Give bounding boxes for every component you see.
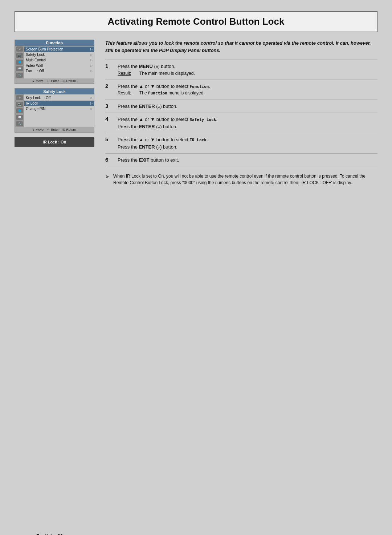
safety-lock-menu-body: ⚙ 📷 🌐 📖 🔧 Key Lock : Off ▷ IR Lock: [15, 94, 94, 127]
move-label: ⬥ Move: [33, 79, 44, 83]
intro-text: This feature allows you to lock the remo…: [105, 40, 377, 54]
menu-item-label: Fan : Off: [26, 69, 44, 73]
chevron-right-icon: ▷: [90, 48, 93, 51]
move-label2: ⬥ Move: [33, 128, 44, 131]
menu-item-label: Screen Burn Protection: [26, 47, 63, 51]
menu-item-label: Multi Control: [26, 58, 46, 62]
step-num-3: 3: [105, 100, 116, 113]
step-num-1: 1: [105, 60, 116, 80]
step-content-5: Press the ▲ or ▼ button to select IR Loc…: [116, 133, 377, 154]
menu-item-ir-lock[interactable]: IR Lock ▷: [24, 101, 94, 106]
step-instruction-1: Press the MENU (⊞) button.: [118, 63, 376, 70]
menu-item-label: Safety Lock: [26, 53, 45, 57]
chevron-right-icon: ▷: [90, 102, 93, 105]
menu-item-label: Change PIN: [26, 107, 45, 111]
step-content-3: Press the ENTER (↵) button.: [116, 100, 377, 113]
menu-item-multi-control[interactable]: Multi Control ▷: [24, 57, 94, 63]
book-icon: 📖: [16, 66, 23, 71]
safety-lock-menu-box: Safety Lock ⚙ 📷 🌐 📖 🔧 Key Lock : Off ▷: [15, 88, 94, 133]
menu-item-label: Video Wall: [26, 64, 43, 68]
page-title: Activating Remote Control Button Lock: [23, 16, 369, 27]
chevron-right-icon: ▷: [90, 107, 93, 110]
safety-lock-menu-title: Safety Lock: [15, 89, 94, 94]
menu-icons-col2: ⚙ 📷 🌐 📖 🔧: [15, 94, 24, 127]
camera-icon: 📷: [16, 53, 23, 58]
page-footer: English - 26: [36, 533, 63, 535]
return-label: ⊞ Return: [62, 79, 76, 83]
result-text-2: The Function menu is displayed.: [139, 90, 205, 97]
menu-item-key-lock[interactable]: Key Lock : Off ▷: [24, 95, 94, 101]
step-content-4: Press the ▲ or ▼ button to select Safety…: [116, 113, 377, 133]
note-arrow-icon: ➤: [105, 173, 110, 186]
right-panel: This feature allows you to lock the remo…: [105, 40, 377, 186]
result-label-1: Result:: [118, 70, 136, 77]
step-row-3: 3 Press the ENTER (↵) button.: [105, 100, 377, 113]
note-text: When IR Lock is set to On, you will not …: [113, 173, 377, 186]
chevron-right-icon: ▷: [90, 69, 93, 73]
step-row-6: 6 Press the EXIT button to exit.: [105, 154, 377, 167]
step-instruction-2: Press the ▲ or ▼ button to select Functi…: [118, 83, 376, 90]
ir-lock-label: IR Lock : On: [43, 140, 66, 144]
steps-table: 1 Press the MENU (⊞) button. Result: The…: [105, 60, 377, 167]
camera-icon2: 📷: [16, 102, 23, 107]
step-content-2: Press the ▲ or ▼ button to select Functi…: [116, 80, 377, 100]
return-label2: ⊞ Return: [62, 128, 76, 131]
step-row-4: 4 Press the ▲ or ▼ button to select Safe…: [105, 113, 377, 133]
step-instruction-5b: Press the ENTER (↵) button.: [118, 143, 376, 151]
step-instruction-3: Press the ENTER (↵) button.: [118, 103, 376, 110]
title-bar: Activating Remote Control Button Lock: [15, 11, 377, 32]
menu-item-screen-burn[interactable]: Screen Burn Protection ▷: [24, 46, 94, 52]
book-icon2: 📖: [16, 115, 23, 120]
function-menu-footer: ⬥ Move ↵ Enter ⊞ Return: [15, 78, 94, 84]
step-num-6: 6: [105, 154, 116, 167]
step-instruction-5a: Press the ▲ or ▼ button to select IR Loc…: [118, 136, 376, 143]
step-content-6: Press the EXIT button to exit.: [116, 154, 377, 167]
menu-item-safety-lock[interactable]: Safety Lock ▷: [24, 52, 94, 57]
menu-item-change-pin[interactable]: Change PIN ▷: [24, 106, 94, 112]
result-label-2: Result:: [118, 90, 136, 97]
footer-text: English - 26: [36, 533, 63, 535]
step-row-1: 1 Press the MENU (⊞) button. Result: The…: [105, 60, 377, 80]
chevron-right-icon: ▷: [90, 96, 93, 100]
left-panel: Function ⚙ 📷 🌐 📖 🔧 Screen Burn Protectio…: [15, 40, 94, 186]
step-instruction-6: Press the EXIT button to exit.: [118, 157, 376, 164]
page: Activating Remote Control Button Lock Fu…: [0, 11, 392, 535]
chevron-right-icon: ▷: [90, 53, 93, 56]
settings-icon: ⚙: [16, 46, 23, 52]
step-result-2: Result: The Function menu is displayed.: [118, 90, 376, 97]
result-text-1: The main menu is displayed.: [139, 70, 195, 77]
globe-icon2: 🌐: [16, 108, 23, 113]
settings-icon2: ⚙: [16, 95, 23, 100]
chevron-right-icon: ▷: [90, 58, 93, 62]
step-num-4: 4: [105, 113, 116, 133]
function-menu-body: ⚙ 📷 🌐 📖 🔧 Screen Burn Protection ▷ Safet…: [15, 46, 94, 78]
step-row-5: 5 Press the ▲ or ▼ button to select IR L…: [105, 133, 377, 154]
chevron-right-icon: ▷: [90, 64, 93, 67]
enter-label: ↵ Enter: [47, 79, 59, 83]
menu-item-label: Key Lock : Off: [26, 96, 50, 100]
step-instruction-4a: Press the ▲ or ▼ button to select Safety…: [118, 116, 376, 123]
step-row-2: 2 Press the ▲ or ▼ button to select Func…: [105, 80, 377, 100]
safety-lock-menu-items: Key Lock : Off ▷ IR Lock ▷ Change PIN ▷: [24, 94, 94, 127]
function-menu-title: Function: [15, 40, 94, 46]
menu-item-video-wall[interactable]: Video Wall ▷: [24, 63, 94, 68]
step-result-1: Result: The main menu is displayed.: [118, 70, 376, 77]
step-num-2: 2: [105, 80, 116, 100]
menu-icons-col: ⚙ 📷 🌐 📖 🔧: [15, 46, 24, 78]
step-instruction-4b: Press the ENTER (↵) button.: [118, 123, 376, 130]
globe-icon: 🌐: [16, 60, 23, 65]
step-content-1: Press the MENU (⊞) button. Result: The m…: [116, 60, 377, 80]
main-layout: Function ⚙ 📷 🌐 📖 🔧 Screen Burn Protectio…: [0, 40, 392, 186]
function-menu-items: Screen Burn Protection ▷ Safety Lock ▷ M…: [24, 46, 94, 78]
wrench-icon: 🔧: [16, 73, 23, 78]
enter-label2: ↵ Enter: [47, 128, 59, 131]
menu-item-label: IR Lock: [26, 101, 38, 105]
ir-lock-status-box: IR Lock : On: [15, 137, 94, 147]
safety-lock-menu-footer: ⬥ Move ↵ Enter ⊞ Return: [15, 127, 94, 132]
step-num-5: 5: [105, 133, 116, 154]
note-section: ➤ When IR Lock is set to On, you will no…: [105, 173, 377, 186]
wrench-icon2: 🔧: [16, 121, 23, 126]
function-menu-box: Function ⚙ 📷 🌐 📖 🔧 Screen Burn Protectio…: [15, 40, 94, 84]
menu-item-fan[interactable]: Fan : Off ▷: [24, 68, 94, 74]
